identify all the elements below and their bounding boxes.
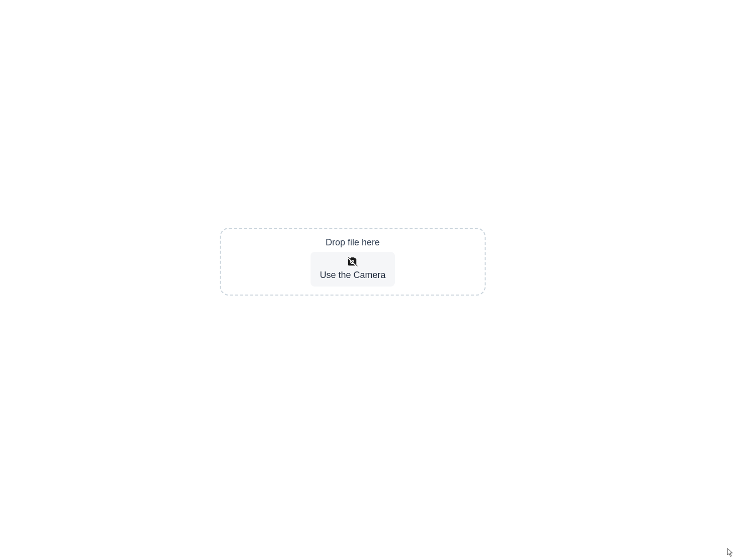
mouse-cursor-icon (727, 548, 734, 559)
camera-off-icon (347, 257, 358, 267)
camera-button-label: Use the Camera (320, 270, 385, 281)
use-camera-button[interactable]: Use the Camera (311, 252, 394, 287)
file-dropzone[interactable]: Drop file here Use the Camera (220, 228, 486, 296)
dropzone-label: Drop file here (326, 237, 380, 248)
